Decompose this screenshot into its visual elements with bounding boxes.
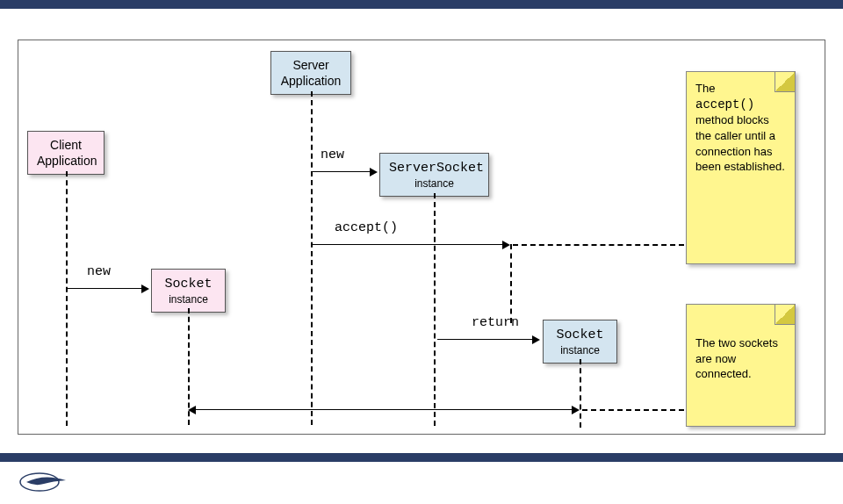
participant-server: Server Application bbox=[270, 51, 351, 95]
clientsocket-subtitle: instance bbox=[161, 293, 216, 307]
note-connected: The two sockets are now connected. bbox=[686, 304, 796, 427]
note1-line1: The bbox=[695, 81, 786, 97]
bottom-bar bbox=[0, 453, 843, 462]
connected-arrow-left bbox=[188, 406, 196, 414]
note-accept: The accept() method blocks the caller un… bbox=[686, 71, 796, 264]
arrow-accept bbox=[311, 244, 504, 245]
connected-line bbox=[196, 409, 573, 410]
acceptsocket-subtitle: instance bbox=[552, 344, 608, 358]
connected-arrow-right bbox=[572, 406, 580, 414]
note2-connector bbox=[582, 409, 684, 411]
lifeline-serversocket bbox=[434, 193, 436, 426]
note1-connector bbox=[513, 244, 684, 246]
arrow-head-accept bbox=[502, 241, 510, 249]
arrow-new-serversocket bbox=[311, 171, 371, 172]
arrow-head-new-clientsocket bbox=[141, 284, 149, 293]
arrow-head-return bbox=[532, 335, 540, 344]
participant-client: Client Application bbox=[27, 131, 104, 175]
note2-text: The two sockets are now connected. bbox=[695, 335, 786, 382]
top-bar bbox=[0, 0, 843, 9]
lifeline-server bbox=[311, 91, 313, 425]
footer-logo bbox=[18, 469, 70, 495]
clientsocket-title: Socket bbox=[164, 277, 212, 292]
message-new-serversocket-label: new bbox=[321, 148, 344, 162]
message-accept-label: accept() bbox=[335, 220, 398, 235]
arrow-return bbox=[437, 339, 534, 340]
participant-serversocket: ServerSocket instance bbox=[379, 153, 489, 197]
participant-acceptsocket: Socket instance bbox=[543, 320, 617, 364]
acceptsocket-title: Socket bbox=[556, 328, 603, 342]
lifeline-client bbox=[66, 171, 68, 426]
note1-code: accept() bbox=[695, 97, 786, 113]
lifeline-accept-seg bbox=[510, 244, 512, 323]
participant-clientsocket: Socket instance bbox=[151, 269, 226, 313]
note1-rest: method blocks the caller until a connect… bbox=[695, 112, 786, 174]
message-new-clientsocket-label: new bbox=[87, 264, 111, 279]
arrow-head-new-serversocket bbox=[370, 168, 378, 176]
lifeline-acceptsocket bbox=[580, 359, 581, 428]
message-return-label: return bbox=[472, 315, 519, 330]
sequence-diagram: Client Application Server Application ne… bbox=[18, 40, 825, 435]
serversocket-subtitle: instance bbox=[389, 177, 479, 191]
arrow-new-clientsocket bbox=[67, 288, 143, 289]
serversocket-title: ServerSocket bbox=[389, 161, 484, 176]
